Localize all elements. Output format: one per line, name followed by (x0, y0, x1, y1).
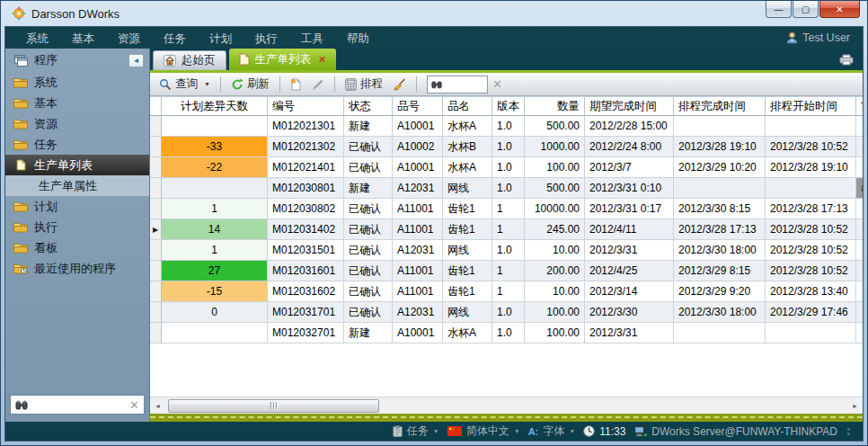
menu-item-3[interactable]: 任务 (152, 30, 198, 48)
menu-item-6[interactable]: 工具 (289, 30, 335, 48)
cell-code[interactable]: M012021302 (268, 137, 344, 157)
cell-item_name[interactable]: 齿轮1 (443, 219, 492, 240)
cell-item_no[interactable]: A12031 (393, 240, 443, 261)
cell-version[interactable]: 1.0 (492, 323, 525, 343)
cell-sched_finish[interactable]: 2012/3/29 9:20 (674, 281, 766, 302)
cell-code[interactable]: M012031701 (268, 302, 344, 323)
table-row[interactable]: 0M012031701已确认A12031网线1.0100.002012/3/30… (150, 302, 863, 323)
row-header-cell[interactable] (150, 199, 162, 219)
scroll-left-icon[interactable]: ◄ (150, 398, 165, 414)
maximize-button[interactable]: ▢ (793, 1, 819, 18)
current-row-indicator-icon[interactable]: ▶ (150, 219, 162, 240)
cell-status[interactable]: 已确认 (344, 137, 393, 157)
cell-version[interactable]: 1.0 (492, 116, 525, 137)
cell-item_no[interactable]: A10002 (393, 137, 443, 157)
cell-extra[interactable] (856, 323, 863, 343)
column-header-due[interactable]: 期望完成时间 (585, 97, 674, 115)
cell-item_name[interactable]: 水杯A (443, 323, 492, 343)
cell-status[interactable]: 已确认 (344, 261, 393, 281)
sidebar-item[interactable]: 看板 (5, 237, 149, 258)
cell-item_name[interactable]: 齿轮1 (443, 199, 492, 219)
cell-extra[interactable] (856, 261, 863, 281)
status-font-dropdown[interactable]: A: 字体 ▼ (528, 424, 576, 439)
row-header-cell[interactable] (150, 323, 162, 343)
cell-item_no[interactable]: A12031 (393, 178, 443, 199)
cell-item_no[interactable]: A12031 (393, 302, 443, 323)
toolbar-search-clear-icon[interactable]: ✕ (492, 78, 502, 90)
cell-sched_finish[interactable] (674, 116, 766, 137)
new-button[interactable] (287, 76, 306, 93)
column-header-item_name[interactable]: 品名 (443, 97, 492, 115)
cell-qty[interactable]: 200.00 (525, 261, 585, 281)
edit-button[interactable] (308, 76, 328, 93)
minimize-button[interactable]: — (766, 1, 792, 18)
cell-code[interactable]: M012031501 (268, 240, 344, 261)
cell-item_no[interactable]: A11001 (393, 219, 443, 240)
cell-sched_finish[interactable]: 2012/3/28 17:13 (674, 219, 766, 240)
menu-item-2[interactable]: 资源 (106, 30, 152, 48)
sidebar-item[interactable]: 生产单属性 (5, 175, 149, 196)
column-header-version[interactable]: 版本 (492, 97, 525, 115)
cell-qty[interactable]: 100.00 (525, 323, 585, 343)
cell-status[interactable]: 已确认 (344, 240, 393, 261)
cell-version[interactable]: 1.0 (492, 137, 525, 157)
cell-diff[interactable]: 27 (162, 261, 268, 281)
cell-item_name[interactable]: 水杯B (443, 137, 492, 157)
cell-version[interactable]: 1.0 (492, 240, 525, 261)
toolbar-search-input[interactable] (445, 79, 483, 90)
cell-diff[interactable]: -33 (162, 137, 268, 157)
cell-diff[interactable] (162, 323, 268, 343)
cell-item_no[interactable]: A10001 (393, 157, 443, 178)
cell-item_name[interactable]: 水杯A (443, 157, 492, 178)
cell-sched_start[interactable]: 2012/3/28 10:52 (766, 137, 856, 157)
scroll-right-icon[interactable]: ► (847, 398, 863, 414)
cell-extra[interactable] (856, 157, 863, 178)
table-row[interactable]: -15M012031602已确认A11001齿轮1110.002012/3/14… (150, 281, 863, 302)
cell-diff[interactable]: -22 (162, 157, 268, 178)
row-header-cell[interactable] (150, 116, 162, 137)
cell-status[interactable]: 已确认 (344, 219, 393, 240)
sidebar-search-input[interactable] (31, 398, 126, 411)
cell-sched_finish[interactable]: 2012/3/30 18:00 (674, 240, 766, 261)
column-header-sched_finish[interactable]: 排程完成时间 (674, 97, 766, 115)
cell-item_name[interactable]: 网线 (443, 302, 492, 323)
cell-qty[interactable]: 10000.00 (525, 199, 585, 219)
cell-code[interactable]: M012031601 (268, 261, 344, 281)
clear-button[interactable] (389, 76, 410, 93)
cell-qty[interactable]: 1000.00 (525, 137, 585, 157)
sidebar-item[interactable]: 基本 (5, 93, 149, 113)
cell-due[interactable]: 2012/4/11 (585, 219, 674, 240)
cell-due[interactable]: 2012/3/31 (585, 240, 674, 261)
sidebar-item[interactable]: 资源 (5, 113, 149, 134)
cell-sched_start[interactable]: 2012/3/28 10:52 (766, 240, 856, 261)
sidebar-item[interactable]: 系统 (5, 72, 149, 93)
cell-diff[interactable]: -15 (162, 281, 268, 302)
cell-status[interactable]: 已确认 (344, 302, 393, 323)
cell-status[interactable]: 已确认 (344, 281, 393, 302)
table-row[interactable]: 27M012031601已确认A11001齿轮11200.002012/4/25… (150, 261, 863, 281)
tab-production-order-list[interactable]: 生产单列表 ✕ (229, 49, 337, 70)
cell-due[interactable]: 2012/2/24 8:00 (585, 137, 674, 157)
cell-diff[interactable]: 14 (162, 219, 268, 240)
cell-sched_finish[interactable]: 2012/3/28 19:10 (674, 137, 766, 157)
cell-code[interactable]: M012021301 (268, 116, 344, 137)
cell-due[interactable]: 2012/2/28 15:00 (585, 116, 674, 137)
column-header-sched_start[interactable]: 排程开始时间 (766, 97, 856, 115)
cell-sched_start[interactable]: 2012/3/28 17:13 (766, 199, 856, 219)
cell-sched_start[interactable]: 2012/3/29 17:46 (766, 302, 856, 323)
cell-item_no[interactable]: A10001 (393, 116, 443, 137)
cell-code[interactable]: M012030801 (268, 178, 344, 199)
resize-grip[interactable] (847, 428, 850, 435)
tab-start-page[interactable]: 起始页 (153, 50, 226, 70)
cell-status[interactable]: 新建 (344, 116, 393, 137)
table-row[interactable]: M012021301新建A10001水杯A1.0500.002012/2/28 … (150, 116, 863, 137)
cell-version[interactable]: 1 (492, 281, 525, 302)
cell-item_name[interactable]: 齿轮1 (443, 261, 492, 281)
cell-item_name[interactable]: 齿轮1 (443, 281, 492, 302)
cell-qty[interactable]: 100.00 (525, 157, 585, 178)
sidebar-collapse-button[interactable]: ◄ (128, 54, 144, 67)
printer-icon[interactable] (839, 54, 854, 66)
cell-sched_finish[interactable]: 2012/3/29 8:15 (674, 261, 766, 281)
cell-due[interactable]: 2012/3/31 (585, 323, 674, 343)
cell-extra[interactable] (856, 281, 863, 302)
